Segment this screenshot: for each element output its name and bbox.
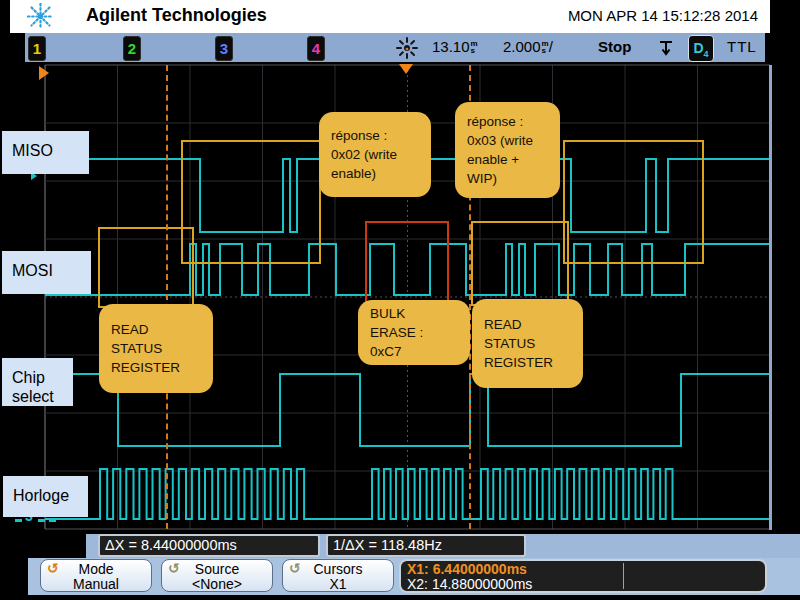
decode-highlight-box-3	[98, 227, 194, 308]
annotation-callout-5: READ STATUS REGISTER	[472, 299, 583, 388]
ground-marker-dash	[38, 519, 45, 522]
signal-label-chip: Chip select	[2, 358, 73, 406]
ground-marker-dash	[15, 519, 22, 522]
trigger-position-marker	[399, 64, 413, 74]
signal-label-miso: MISO	[2, 131, 89, 174]
signal-label-mosi: MOSI	[2, 251, 91, 294]
decode-highlight-box-1	[181, 140, 321, 264]
decode-highlight-box-2	[563, 140, 704, 264]
decode-highlight-box-4	[365, 221, 449, 306]
trigger-level-marker	[39, 66, 49, 80]
signal-label-horloge: Horloge	[3, 476, 88, 517]
annotation-callout-1: réponse : 0x02 (write enable)	[319, 112, 431, 197]
trace-horloge	[45, 469, 770, 519]
annotation-callout-3: READ STATUS REGISTER	[99, 304, 213, 393]
ground-marker-dash	[49, 519, 56, 522]
decode-highlight-box-5	[471, 221, 569, 306]
screen-right-edge-marker	[769, 65, 772, 530]
annotation-callout-4: BULK ERASE : 0xC7	[358, 300, 470, 365]
annotation-callout-2: réponse : 0x03 (write enable + WIP)	[455, 102, 560, 198]
x1-cursor-line[interactable]	[166, 65, 168, 529]
